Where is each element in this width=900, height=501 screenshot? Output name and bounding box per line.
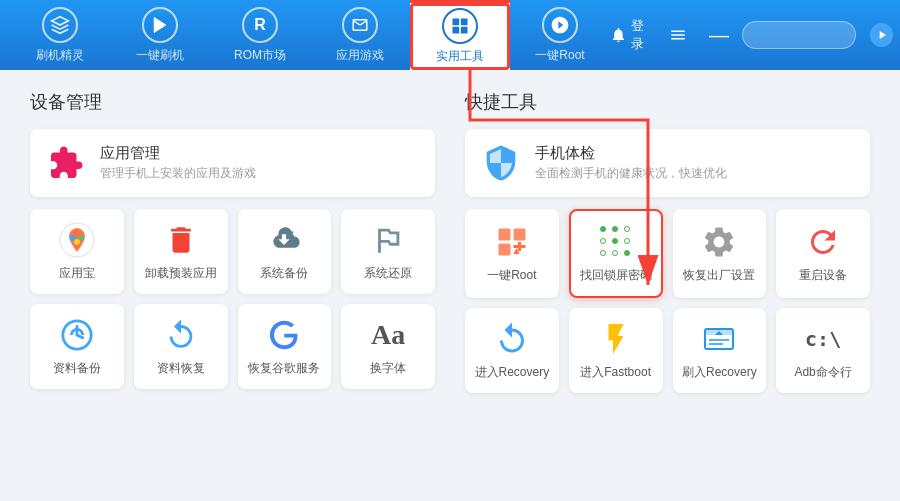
- app-management-title: 应用管理: [100, 144, 256, 163]
- dot-5: [612, 238, 618, 244]
- dot-9: [624, 250, 630, 256]
- menu-button[interactable]: [665, 21, 691, 49]
- enter-recovery-label: 进入Recovery: [475, 364, 550, 381]
- font-label: 换字体: [370, 360, 406, 377]
- main-content: 设备管理 应用管理 管理手机上安装的应用及游戏: [0, 70, 900, 501]
- dot-2: [612, 226, 618, 232]
- svg-point-4: [74, 239, 80, 245]
- sys-backup-icon: [265, 221, 303, 259]
- right-section-title: 快捷工具: [465, 90, 870, 114]
- enter-fastboot-label: 进入Fastboot: [580, 364, 651, 381]
- arrow-right-icon: [875, 28, 889, 42]
- apps-icon: [342, 7, 378, 43]
- uninstall-label: 卸载预装应用: [145, 265, 217, 282]
- svg-rect-7: [513, 229, 525, 241]
- left-section: 设备管理 应用管理 管理手机上安装的应用及游戏: [30, 90, 435, 481]
- bell-icon: [610, 26, 627, 44]
- flash-icon: [42, 7, 78, 43]
- header: 刷机精灵 一键刷机 R ROM市场 应用游戏: [0, 0, 900, 70]
- login-button[interactable]: 登录: [610, 17, 655, 53]
- data-backup-icon: [58, 316, 96, 354]
- factory-icon: [700, 223, 738, 261]
- nav-rom-label: ROM市场: [234, 47, 286, 64]
- sys-backup-item[interactable]: 系统备份: [238, 209, 332, 294]
- health-card[interactable]: 手机体检 全面检测手机的健康状况，快速优化: [465, 129, 870, 197]
- restart-item[interactable]: 重启设备: [776, 209, 870, 298]
- data-restore-item[interactable]: 资料恢复: [134, 304, 228, 389]
- search-arrow-button[interactable]: [870, 23, 893, 47]
- nav-flash-label: 刷机精灵: [36, 47, 84, 64]
- nav-tools-label: 实用工具: [436, 48, 484, 65]
- app-management-card[interactable]: 应用管理 管理手机上安装的应用及游戏: [30, 129, 435, 197]
- enter-recovery-item[interactable]: 进入Recovery: [465, 308, 559, 393]
- app-management-desc: 管理手机上安装的应用及游戏: [100, 165, 256, 182]
- sys-restore-item[interactable]: 系统还原: [341, 209, 435, 294]
- font-item[interactable]: Aa 换字体: [341, 304, 435, 389]
- svg-rect-8: [498, 244, 510, 256]
- trash-icon: [162, 221, 200, 259]
- data-restore-icon: [162, 316, 200, 354]
- minimize-button[interactable]: —: [706, 21, 732, 49]
- right-section: 快捷工具 手机体检 全面检测手机的健康状况，快速优化: [465, 90, 870, 481]
- enter-fastboot-item[interactable]: 进入Fastboot: [569, 308, 663, 393]
- factory-reset-item[interactable]: 恢复出厂设置: [673, 209, 767, 298]
- nav-apps[interactable]: 应用游戏: [310, 0, 410, 70]
- minimize-icon: —: [709, 25, 729, 45]
- google-label: 恢复谷歌服务: [248, 360, 320, 377]
- dot-3: [624, 226, 630, 232]
- fastboot-icon: [597, 320, 635, 358]
- google-item[interactable]: 恢复谷歌服务: [238, 304, 332, 389]
- health-card-desc: 全面检测手机的健康状况，快速优化: [535, 165, 727, 182]
- dot-7: [600, 250, 606, 256]
- header-right: 登录 —: [610, 17, 893, 53]
- dot-8: [612, 250, 618, 256]
- svg-rect-6: [498, 229, 510, 241]
- health-card-text: 手机体检 全面检测手机的健康状况，快速优化: [535, 144, 727, 182]
- nav-onekey-root[interactable]: 一键Root: [510, 0, 610, 70]
- login-label: 登录: [631, 17, 655, 53]
- flash-recovery-label: 刷入Recovery: [682, 364, 757, 381]
- rom-icon: R: [242, 7, 278, 43]
- appbao-item[interactable]: 应用宝: [30, 209, 124, 294]
- uninstall-item[interactable]: 卸载预装应用: [134, 209, 228, 294]
- adb-item[interactable]: c:\ Adb命令行: [776, 308, 870, 393]
- nav-rom[interactable]: R ROM市场: [210, 0, 310, 70]
- tools-icon: [442, 8, 478, 44]
- onekey-root-label: 一键Root: [487, 267, 536, 284]
- quick-grid: 一键Root 找回锁屏密码: [465, 209, 870, 393]
- menu-icon: [669, 26, 687, 44]
- data-restore-label: 资料恢复: [157, 360, 205, 377]
- sys-restore-icon: [369, 221, 407, 259]
- factory-reset-label: 恢复出厂设置: [683, 267, 755, 284]
- left-section-title: 设备管理: [30, 90, 435, 114]
- data-backup-label: 资料备份: [53, 360, 101, 377]
- google-icon: [265, 316, 303, 354]
- search-box: [742, 21, 856, 49]
- onekey-root-item[interactable]: 一键Root: [465, 209, 559, 298]
- onekey-root-icon: [542, 7, 578, 43]
- find-password-label: 找回锁屏密码: [580, 267, 652, 284]
- adb-label: Adb命令行: [794, 364, 851, 381]
- dot-6: [624, 238, 630, 244]
- nav-bar: 刷机精灵 一键刷机 R ROM市场 应用游戏: [10, 0, 610, 70]
- sys-restore-label: 系统还原: [364, 265, 412, 282]
- adb-icon: c:\: [804, 320, 842, 358]
- flash-recovery-item[interactable]: 刷入Recovery: [673, 308, 767, 393]
- dot-4: [600, 238, 606, 244]
- appbao-label: 应用宝: [59, 265, 95, 282]
- enter-recovery-icon: [493, 320, 531, 358]
- nav-onekey-flash[interactable]: 一键刷机: [110, 0, 210, 70]
- font-icon: Aa: [369, 316, 407, 354]
- nav-flash[interactable]: 刷机精灵: [10, 0, 110, 70]
- data-backup-item[interactable]: 资料备份: [30, 304, 124, 389]
- svg-rect-10: [513, 245, 525, 248]
- find-password-item[interactable]: 找回锁屏密码: [569, 209, 663, 298]
- dot-1: [600, 226, 606, 232]
- root-icon: [493, 223, 531, 261]
- restart-icon: [804, 223, 842, 261]
- nav-tools[interactable]: 实用工具: [410, 0, 510, 70]
- nav-apps-label: 应用游戏: [336, 47, 384, 64]
- svg-marker-0: [154, 17, 166, 32]
- onekey-flash-icon: [142, 7, 178, 43]
- nav-onekey-root-label: 一键Root: [535, 47, 584, 64]
